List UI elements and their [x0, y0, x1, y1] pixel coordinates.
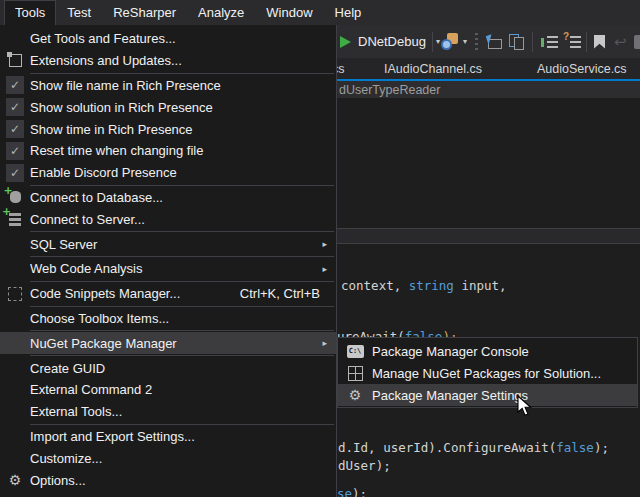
gear-icon: ⚙: [349, 388, 362, 402]
menu-separator: [30, 355, 334, 356]
menu-item-label: Import and Export Settings...: [30, 429, 336, 444]
snippets-icon: [8, 287, 22, 301]
server-icon: [9, 213, 21, 226]
run-configuration-label: DNetDebug: [358, 34, 426, 49]
run-configuration-dropdown[interactable]: DNetDebug ▾: [358, 25, 440, 58]
find-in-files-icon: [441, 33, 458, 50]
format-lines-button-a[interactable]: [541, 25, 558, 58]
menu-item-label: Web Code Analysis: [30, 261, 336, 276]
editor-tab[interactable]: AudioService.cs: [537, 58, 627, 79]
find-options-caret[interactable]: ▾: [463, 25, 467, 58]
breadcrumb[interactable]: dUserTypeReader: [339, 83, 440, 97]
editor-tab[interactable]: IAudioChannel.cs: [384, 58, 482, 79]
nuget-icon: [348, 366, 363, 381]
format-lines-icon: [541, 35, 558, 49]
menu-separator: [30, 424, 334, 425]
navigate-to-button[interactable]: [486, 25, 502, 58]
format-lines-button-b[interactable]: [564, 25, 581, 58]
code-line: context, string input,: [341, 278, 507, 293]
copy-document-icon: [509, 34, 524, 50]
menu-item-options[interactable]: ⚙Options...: [0, 469, 336, 491]
find-in-files-button[interactable]: [441, 25, 458, 58]
mouse-cursor: [517, 395, 533, 422]
menu-item-show-solution-in-rich-presence[interactable]: ✓Show solution in Rich Presence: [0, 96, 336, 118]
menu-item-sql-server[interactable]: SQL Server▸: [0, 233, 336, 255]
gear-icon: ⚙: [9, 473, 22, 487]
format-lines-question-icon: [564, 35, 581, 49]
menu-item-package-manager-settings[interactable]: ⚙Package Manager Settings: [338, 384, 637, 406]
undo-button-disabled[interactable]: ↩: [614, 25, 627, 58]
menu-item-label: Reset time when changing file: [30, 143, 336, 158]
database-icon: [10, 191, 21, 203]
menu-item-show-file-name-in-rich-presence[interactable]: ✓Show file name in Rich Presence: [0, 75, 336, 97]
menu-separator: [30, 306, 334, 307]
menu-item-label: Options...: [30, 473, 336, 488]
code-line: se);: [337, 486, 367, 497]
submenu-arrow-icon: ▸: [322, 338, 327, 348]
menu-item-show-time-in-rich-presence[interactable]: ✓Show time in Rich Presence: [0, 118, 336, 140]
menu-item-label: Show file name in Rich Presence: [30, 78, 336, 93]
toolbar-grip[interactable]: [475, 25, 478, 58]
menu-item-label: Show solution in Rich Presence: [30, 100, 336, 115]
play-icon: [340, 36, 351, 48]
menu-item-reset-time-when-changing-file[interactable]: ✓Reset time when changing file: [0, 140, 336, 162]
menu-item-label: Code Snippets Manager...: [30, 286, 240, 301]
menu-item-label: NuGet Package Manager: [30, 336, 336, 351]
code-line: dUser);: [338, 458, 391, 473]
menu-item-label: Connect to Database...: [30, 190, 336, 205]
start-debugging-button[interactable]: [340, 25, 351, 58]
menubar-item-tools[interactable]: Tools: [4, 0, 56, 25]
menu-item-external-tools[interactable]: External Tools...: [0, 401, 336, 423]
menu-item-connect-to-server[interactable]: Connect to Server...: [0, 208, 336, 230]
menubar-item-help[interactable]: Help: [324, 0, 373, 25]
menu-item-web-code-analysis[interactable]: Web Code Analysis▸: [0, 258, 336, 280]
extensions-icon: [9, 54, 22, 67]
menubar-item-window[interactable]: Window: [255, 0, 323, 25]
menu-item-customize[interactable]: Customize...: [0, 447, 336, 469]
menu-item-create-guid[interactable]: Create GUID: [0, 357, 336, 379]
menu-item-label: Get Tools and Features...: [30, 31, 336, 46]
checkmark-icon: ✓: [6, 98, 24, 116]
menu-item-nuget-package-manager[interactable]: NuGet Package Manager▸: [0, 332, 336, 354]
nuget-submenu-popup: C:\Package Manager ConsoleManage NuGet P…: [337, 337, 638, 408]
menu-item-connect-to-database[interactable]: Connect to Database...: [0, 187, 336, 209]
menu-item-package-manager-console[interactable]: C:\Package Manager Console: [338, 340, 637, 362]
menu-item-label: Create GUID: [30, 361, 336, 376]
menu-item-label: Enable Discord Presence: [30, 165, 336, 180]
navigate-cursor-icon: [486, 35, 502, 49]
menu-item-get-tools-and-features[interactable]: Get Tools and Features...: [0, 28, 336, 50]
clipped-toolbar-button[interactable]: [634, 25, 640, 58]
clipped-icon: [634, 35, 640, 49]
menubar-item-analyze[interactable]: Analyze: [187, 0, 255, 25]
menubar: ToolsTestReSharperAnalyzeWindowHelp: [0, 0, 640, 25]
menubar-item-resharper[interactable]: ReSharper: [102, 0, 187, 25]
menu-item-label: Extensions and Updates...: [30, 53, 336, 68]
console-icon: C:\: [347, 345, 364, 358]
menu-item-choose-toolbox-items[interactable]: Choose Toolbox Items...: [0, 308, 336, 330]
code-line: d.Id, userId).ConfigureAwait(false);: [338, 440, 609, 455]
menu-item-import-and-export-settings[interactable]: Import and Export Settings...: [0, 426, 336, 448]
menu-separator: [30, 73, 334, 74]
tools-menu-popup: Get Tools and Features...Extensions and …: [0, 25, 337, 497]
bookmark-button[interactable]: [594, 25, 605, 58]
menubar-item-test[interactable]: Test: [56, 0, 102, 25]
toolbar-separator: [532, 25, 533, 58]
menu-item-manage-nuget-packages-for-solution[interactable]: Manage NuGet Packages for Solution...: [338, 362, 637, 384]
menu-item-enable-discord-presence[interactable]: ✓Enable Discord Presence: [0, 162, 336, 184]
menu-separator: [30, 330, 334, 331]
chevron-down-icon: ▾: [436, 37, 440, 46]
menu-separator: [30, 231, 334, 232]
menu-separator: [30, 256, 334, 257]
copy-document-button[interactable]: [509, 25, 524, 58]
menu-item-label: Manage NuGet Packages for Solution...: [372, 366, 637, 381]
menu-item-label: Package Manager Console: [372, 344, 637, 359]
menu-item-label: Choose Toolbox Items...: [30, 311, 336, 326]
menu-item-external-command-2[interactable]: External Command 2: [0, 379, 336, 401]
menu-item-extensions-and-updates[interactable]: Extensions and Updates...: [0, 50, 336, 72]
bookmark-icon: [594, 35, 605, 49]
menu-item-label: Customize...: [30, 451, 336, 466]
submenu-arrow-icon: ▸: [322, 239, 327, 249]
menu-item-code-snippets-manager[interactable]: Code Snippets Manager...Ctrl+K, Ctrl+B: [0, 283, 336, 305]
menu-item-label: Package Manager Settings: [372, 388, 637, 403]
toolbar-separator: [432, 25, 433, 58]
